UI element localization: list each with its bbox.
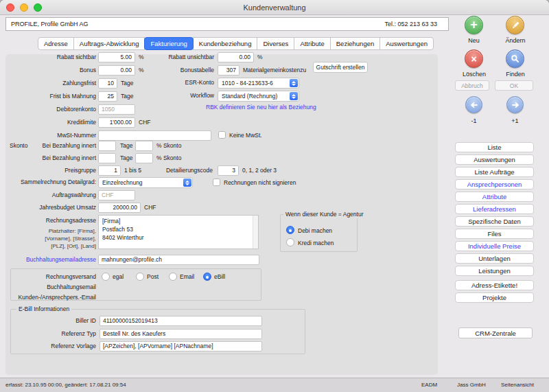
kreditlimite-suffix: CHF (139, 117, 150, 128)
jahresbudget-label: Jahresbudget Umsatz (7, 203, 96, 213)
versand-post-radio[interactable] (136, 273, 144, 281)
tab-attribute[interactable]: Attribute (294, 37, 330, 50)
nav-ansprechpersonen-button[interactable]: Ansprechpersonen (455, 179, 534, 189)
nav-auswertungen-button[interactable]: Auswertungen (455, 154, 534, 165)
debi-machen-radio[interactable] (286, 226, 294, 234)
referenz-typ-label: Referenz Typ (7, 329, 96, 339)
versand-email-radio[interactable] (169, 273, 177, 281)
versand-post-label: Post (147, 272, 159, 282)
abbruch-button[interactable]: Abbruch (455, 80, 489, 91)
bonustabelle-input[interactable]: 307 (218, 65, 240, 76)
versand-ebill-radio[interactable] (203, 273, 211, 281)
debitorenkonto-input: 1050 (98, 104, 135, 115)
skonto-tage-input-1[interactable] (98, 141, 116, 151)
rabatt-sichtbar-input[interactable]: 5.00 (98, 52, 135, 62)
ok-button[interactable]: OK (495, 80, 533, 91)
skonto-pct-input-1[interactable] (135, 141, 153, 151)
tab-auswertungen[interactable]: Auswertungen (379, 37, 434, 50)
detailierungscode-input[interactable]: 3 (218, 165, 239, 176)
agentur-group-title: Wenn dieser Kunde = Agentur (283, 211, 366, 218)
window-title: Kundenverwaltung (0, 0, 549, 15)
workflow-value: Standard (Rechnung) (222, 93, 277, 100)
tab-kundenbeziehung[interactable]: Kundenbeziehung (193, 37, 258, 50)
nicht-signieren-label: Rechnungen nicht signieren (224, 178, 296, 188)
nav-lieferadressen-button[interactable]: Lieferadressen (455, 204, 534, 214)
tab-fakturierung[interactable]: Fakturierung (144, 37, 193, 50)
auftragswaehrung-input: CHF (98, 190, 135, 200)
referenz-vorlage-label: Referenz Vorlage (7, 341, 96, 351)
bonustabelle-label: Bonustabelle (134, 65, 214, 76)
loeschen-button[interactable]: × (465, 49, 483, 68)
bonus-input[interactable]: 0.00 (98, 65, 135, 76)
workflow-label: Workflow (134, 91, 214, 101)
referenz-typ-input[interactable]: Bestell Nr. des Kaeufers (100, 329, 262, 339)
rechnungsadresse-textarea[interactable]: [Firma] Postfach 53 8402 Winterthur (98, 215, 259, 249)
tab-beziehungen[interactable]: Beziehungen (330, 37, 380, 50)
referenz-vorlage-input[interactable]: [APZeichen], [APVorname] [APNachname] (100, 341, 262, 351)
neu-label: Neu (465, 36, 483, 45)
nav-files-button[interactable]: Files (455, 229, 534, 239)
auftragswaehrung-label: Auftragswährung (7, 190, 96, 200)
nicht-signieren-checkbox[interactable] (213, 178, 220, 186)
textarea-scrollbar[interactable] (253, 216, 258, 249)
sammelrechnung-label: Sammelrechnung Detailgrad: (7, 177, 96, 187)
skonto-pct-suffix-1: % Skonto (156, 141, 181, 151)
buchhaltungsemailadresse-input[interactable]: mahnungen@profile.ch (98, 255, 259, 265)
tab-adresse[interactable]: Adresse (38, 37, 74, 50)
prev-record-button[interactable] (465, 96, 482, 113)
workflow-select[interactable]: Standard (Rechnung) (218, 91, 299, 102)
kreditlimite-input[interactable]: 1'000.00 (98, 117, 135, 128)
kredi-machen-radio[interactable] (286, 238, 294, 246)
tab-auftrags-abwicklung[interactable]: Auftrags-Abwicklung (73, 37, 145, 50)
neu-button[interactable]: + (465, 16, 483, 34)
esr-konto-select[interactable]: 1010 - 84-213633-6 (218, 78, 299, 89)
skonto-tage-input-2[interactable] (98, 153, 116, 163)
nav-attribute-button[interactable]: Attribute (455, 192, 534, 202)
keine-mwst-label: Keine MwSt. (229, 130, 262, 141)
kreditlimite-label: Kreditlimite (7, 117, 96, 128)
gutschrift-erstellen-button[interactable]: Gutschrift erstellen (313, 62, 368, 73)
nav-liste-button[interactable]: Liste (455, 142, 534, 152)
status-eadm: EADM (421, 378, 437, 392)
rabatt-unsichtbar-input[interactable]: 0.00 (218, 52, 254, 62)
rbk-link[interactable]: RBK definieren Sie neu hier als Beziehun… (206, 104, 316, 111)
pencil-icon (511, 21, 520, 30)
finden-button[interactable] (506, 49, 524, 68)
skonto-pct-input-2[interactable] (135, 153, 153, 163)
kredi-machen-label: Kredi machen (298, 238, 334, 249)
nav-unterlagen-button[interactable]: Unterlagen (455, 253, 534, 264)
preisgruppe-input[interactable]: 1 (98, 165, 121, 176)
stepper-icon (290, 92, 298, 100)
debitorenkonto-label: Debitorenkonto (7, 104, 96, 115)
zahlungsfrist-input[interactable]: 10 (98, 78, 117, 89)
next-record-button[interactable] (506, 96, 524, 113)
aendern-button[interactable] (506, 16, 524, 34)
nav-projekte-button[interactable]: Projekte (455, 292, 534, 303)
nav-adress-etikette-button[interactable]: Adress-Etikette! (455, 280, 534, 290)
loeschen-label: Löschen (458, 70, 491, 78)
customer-name: PROFILE, Profile GmbH AG (11, 17, 89, 31)
keine-mwst-checkbox[interactable] (218, 131, 226, 139)
versand-egal-radio[interactable] (102, 273, 110, 281)
status-seitenansicht: Seitenansicht (501, 378, 534, 392)
bonus-label: Bonus (7, 65, 96, 76)
buchhaltungsemailadresse-link[interactable]: Buchhaltungsemailadresse (7, 255, 96, 265)
sammelrechnung-select[interactable]: Einzelrechnung (98, 177, 193, 188)
ebill-group-title: E-Bill Informationen (16, 305, 71, 313)
biller-id-input[interactable]: 41100000152019413 (100, 316, 262, 326)
crm-zentrale-button[interactable]: CRM-Zentrale (458, 327, 533, 338)
nav-liste-auftraege-button[interactable]: Liste Aufträge (455, 167, 534, 177)
rabatt-unsichtbar-label: Rabatt unsichtbar (134, 52, 214, 62)
jahresbudget-input[interactable]: 20000.00 (98, 203, 141, 213)
nav-individuelle-preise-button[interactable]: Individuelle Preise (455, 241, 534, 251)
frist-bis-mahnung-input[interactable]: 25 (98, 91, 117, 102)
versand-egal-label: egal (113, 272, 124, 282)
kunden-email-label: Kunden-/Ansprechpers.-Email (7, 292, 96, 303)
nav-leistungen-button[interactable]: Leistungen (455, 266, 534, 276)
nav-spezifische-daten-button[interactable]: Spezifische Daten (455, 216, 534, 227)
title-bar[interactable]: Kundenverwaltung (0, 0, 549, 15)
tab-diverses[interactable]: Diverses (257, 37, 294, 50)
skonto-pct-suffix-2: % Skonto (156, 153, 181, 163)
rabatt-sichtbar-label: Rabatt sichtbar (7, 52, 96, 62)
mwst-nummer-input[interactable] (98, 130, 211, 141)
